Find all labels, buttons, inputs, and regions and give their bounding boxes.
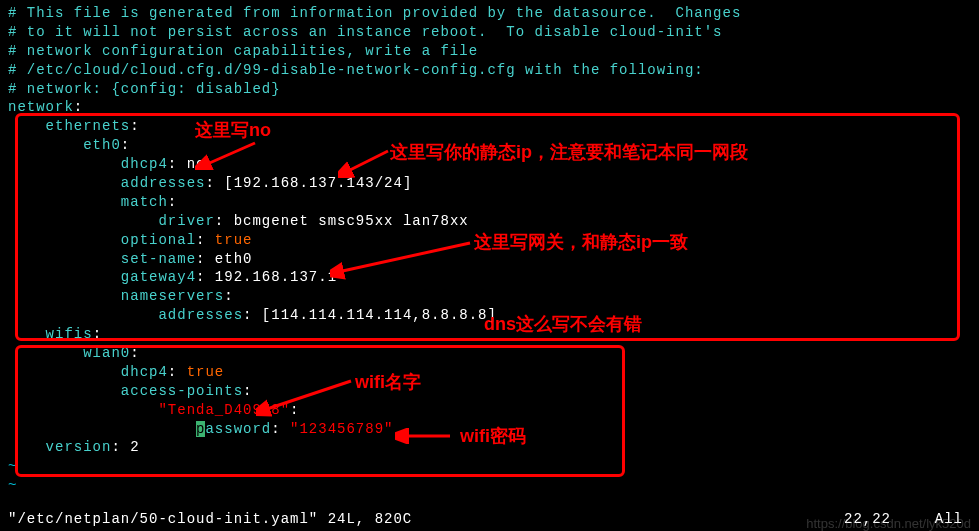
yaml-gateway4: gateway4: 192.168.137.1 <box>8 268 971 287</box>
yaml-ns-addresses: addresses: [114.114.114.114,8.8.8.8] <box>8 306 971 325</box>
yaml-driver: driver: bcmgenet smsc95xx lan78xx <box>8 212 971 231</box>
yaml-nameservers: nameservers: <box>8 287 971 306</box>
yaml-wlan0: wlan0: <box>8 344 971 363</box>
comment-line: # to it will not persist across an insta… <box>8 23 971 42</box>
yaml-optional: optional: true <box>8 231 971 250</box>
yaml-setname: set-name: eth0 <box>8 250 971 269</box>
yaml-addresses: addresses: [192.168.137.143/24] <box>8 174 971 193</box>
yaml-version: version: 2 <box>8 438 971 457</box>
yaml-ssid: "Tenda_D40978": <box>8 401 971 420</box>
yaml-password: password: "123456789" <box>8 420 971 439</box>
vim-tilde: ~ <box>8 476 971 495</box>
yaml-wlan-dhcp4: dhcp4: true <box>8 363 971 382</box>
yaml-wifis: wifis: <box>8 325 971 344</box>
status-file: "/etc/netplan/50-cloud-init.yaml" 24L, 8… <box>8 511 412 527</box>
vim-tilde: ~ <box>8 457 971 476</box>
yaml-match: match: <box>8 193 971 212</box>
comment-line: # network configuration capabilities, wr… <box>8 42 971 61</box>
watermark: https://blog.csdn.net/lyk520d <box>806 516 971 531</box>
comment-line: # /etc/cloud/cloud.cfg.d/99-disable-netw… <box>8 61 971 80</box>
yaml-dhcp4: dhcp4: no <box>8 155 971 174</box>
yaml-key-ethernets: ethernets: <box>8 117 971 136</box>
comment-line: # network: {config: disabled} <box>8 80 971 99</box>
yaml-key-eth0: eth0: <box>8 136 971 155</box>
yaml-key-network: network: <box>8 98 971 117</box>
yaml-access-points: access-points: <box>8 382 971 401</box>
comment-line: # This file is generated from informatio… <box>8 4 971 23</box>
